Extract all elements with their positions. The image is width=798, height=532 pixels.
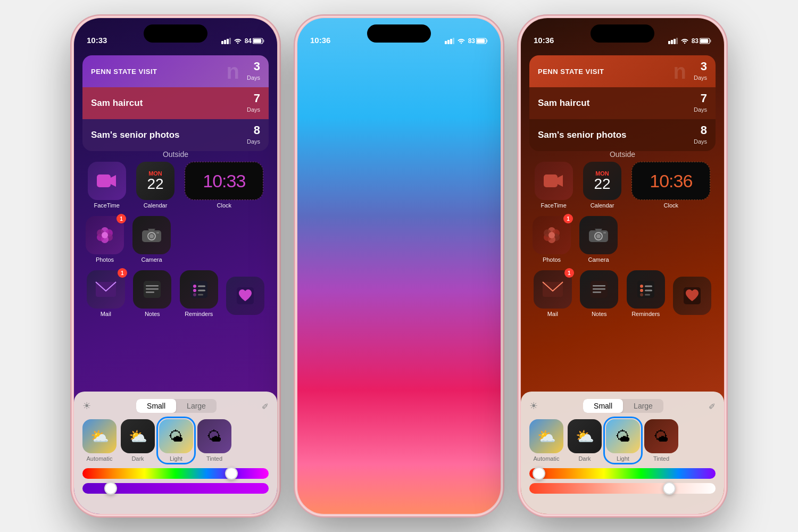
icon-dark-preview-3: ⛅ — [568, 419, 602, 453]
icon-automatic-1[interactable]: ⛅ Automatic — [82, 419, 117, 462]
svg-point-68 — [640, 289, 643, 292]
dynamic-island-3 — [591, 24, 654, 43]
hue-slider-3[interactable] — [529, 468, 716, 479]
app-row-3: 1 Mail — [82, 270, 269, 317]
svg-rect-33 — [445, 41, 447, 44]
app-calendar-wrap[interactable]: MON 22 Calendar — [136, 162, 174, 209]
app-health-wrap-3[interactable] — [673, 277, 711, 317]
wifi-icon-3 — [680, 38, 689, 44]
sat-thumb-1[interactable] — [104, 482, 117, 495]
app-notes-wrap-3[interactable]: Notes — [580, 270, 618, 317]
size-toggle-3[interactable]: Small Large — [583, 399, 663, 413]
icon-tinted-1[interactable]: 🌤 Tinted — [197, 419, 231, 462]
app-health-wrap[interactable] — [226, 277, 264, 317]
icon-dark-1[interactable]: ⛅ Dark — [121, 419, 155, 462]
calendar-label: Calendar — [144, 202, 168, 209]
status-icons-3: 83 — [668, 37, 711, 45]
clock-label-3: Clock — [664, 202, 679, 209]
app-row-3-2: 1 Ph — [529, 216, 716, 263]
size-large-btn-3[interactable]: Large — [623, 399, 663, 413]
notes-label: Notes — [145, 311, 160, 317]
icon-style-row-1: ⛅ Automatic ⛅ Dark 🌤 — [82, 419, 269, 462]
app-mail-wrap[interactable]: 1 Mail — [87, 270, 125, 317]
brightness-icon-3: ☀ — [529, 400, 538, 412]
saturation-slider-1[interactable] — [82, 483, 269, 494]
svg-rect-19 — [156, 232, 159, 234]
svg-rect-0 — [221, 41, 223, 44]
countdown-senior-3: Sam's senior photos 8 Days — [529, 119, 716, 151]
icon-auto-preview-1: ⛅ — [82, 419, 117, 453]
app-calendar-wrap-3[interactable]: MON 22 Calendar — [583, 162, 621, 209]
facetime-label-3: FaceTime — [541, 202, 567, 209]
app-notes-wrap[interactable]: Notes — [133, 270, 171, 317]
screen-3: 10:36 — [521, 18, 724, 514]
app-health-icon — [226, 277, 264, 315]
app-row-2: 1 — [82, 216, 269, 263]
icon-light-3[interactable]: 🌤 Light — [606, 419, 640, 462]
eyedropper-icon-1[interactable]: ✏ — [259, 400, 271, 412]
app-facetime-icon — [88, 162, 126, 200]
mail-svg-3 — [542, 281, 563, 297]
app-reminders-wrap[interactable]: Reminders — [180, 270, 218, 317]
dynamic-island-2 — [367, 24, 431, 43]
clock-label: Clock — [217, 202, 232, 209]
battery-icon-1 — [253, 38, 264, 44]
svg-rect-43 — [676, 38, 678, 44]
app-photos-wrap-3[interactable]: 1 Ph — [533, 216, 571, 263]
hue-thumb-1[interactable] — [225, 467, 238, 480]
app-reminders-icon-3 — [627, 270, 665, 309]
app-clock-wrap[interactable]: 10:33 Clock — [185, 162, 263, 209]
custom-panel-3: ☀ Small Large ✏ ⛅ Automatic — [521, 392, 724, 514]
app-camera-wrap-3[interactable]: Camera — [579, 216, 618, 263]
icon-automatic-3[interactable]: ⛅ Automatic — [529, 419, 563, 462]
camera-label: Camera — [141, 256, 162, 263]
senior-days-3: 8 Days — [694, 124, 707, 146]
app-camera-wrap[interactable]: Camera — [132, 216, 171, 263]
slider-row-3-2 — [529, 483, 716, 494]
app-camera-icon — [132, 216, 171, 254]
svg-rect-42 — [674, 39, 676, 44]
icon-light-1[interactable]: 🌤 Light — [159, 419, 193, 462]
size-large-btn-1[interactable]: Large — [176, 399, 217, 413]
app-clock-wrap-3[interactable]: 10:36 Clock — [631, 162, 710, 209]
svg-point-55 — [548, 232, 555, 238]
svg-rect-69 — [645, 290, 652, 292]
wifi-icon-2 — [457, 38, 466, 44]
svg-point-30 — [193, 293, 196, 296]
cal-day-3: 22 — [594, 177, 610, 192]
sat-thumb-3[interactable] — [663, 482, 676, 495]
reminders-label: Reminders — [185, 311, 213, 317]
outside-label-3: Outside — [521, 150, 724, 159]
app-photos-wrap[interactable]: 1 — [86, 216, 124, 263]
saturation-slider-3[interactable] — [529, 483, 716, 494]
hue-slider-1[interactable] — [82, 468, 269, 479]
size-small-btn-3[interactable]: Small — [583, 399, 623, 413]
icon-dark-3[interactable]: ⛅ Dark — [568, 419, 602, 462]
app-reminders-wrap-3[interactable]: Reminders — [627, 270, 665, 317]
hue-thumb-3[interactable] — [533, 467, 545, 480]
svg-rect-22 — [146, 285, 159, 287]
slider-row-3-1 — [529, 468, 716, 479]
svg-rect-24 — [146, 292, 154, 293]
svg-rect-7 — [97, 174, 111, 187]
app-mail-icon: 1 — [87, 270, 125, 309]
icon-tinted-3[interactable]: 🌤 Tinted — [644, 419, 678, 462]
dark-weather-3: ⛅ — [568, 419, 602, 453]
notes-svg — [143, 280, 162, 299]
tinted-weather-3: 🌤 — [644, 419, 678, 453]
app-facetime-wrap-3[interactable]: FaceTime — [535, 162, 573, 209]
size-toggle-1[interactable]: Small Large — [136, 399, 217, 413]
signal-icon-3 — [668, 38, 678, 44]
photos-label: Photos — [96, 256, 114, 263]
icon-style-row-3: ⛅ Automatic ⛅ Dark 🌤 — [529, 419, 716, 462]
app-facetime-wrap[interactable]: FaceTime — [88, 162, 126, 209]
icon-auto-preview-3: ⛅ — [529, 419, 563, 453]
app-mail-wrap-3[interactable]: 1 Mail — [534, 270, 572, 317]
svg-point-66 — [640, 285, 643, 288]
eyedropper-icon-3[interactable]: ✏ — [706, 400, 718, 412]
countdown-item-senior: Sam's senior photos 8 Days — [82, 119, 269, 151]
app-facetime-icon-3 — [535, 162, 573, 200]
size-small-btn-1[interactable]: Small — [136, 399, 176, 413]
svg-rect-2 — [227, 39, 229, 44]
camera-label-3: Camera — [588, 256, 609, 263]
